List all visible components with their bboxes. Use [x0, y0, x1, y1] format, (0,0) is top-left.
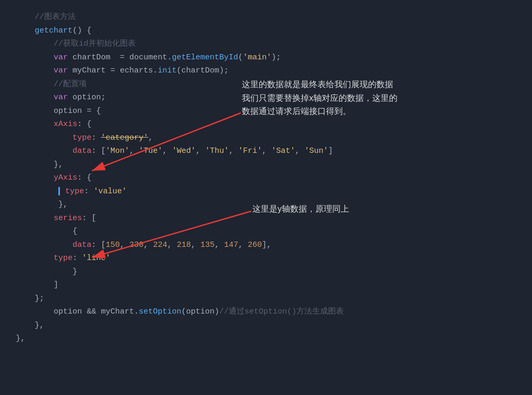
code-container: //图表方法 getchart() { //获取id并初始化图表 var cha… — [0, 0, 532, 356]
code-line-17: { — [16, 225, 516, 238]
code-line-23: option && myChart.setOption(option)//通过s… — [16, 305, 516, 319]
code-line-18: data: [150, 230, 224, 218, 135, 147, 260… — [16, 238, 516, 252]
code-line-9: xAxis: { — [16, 118, 516, 131]
code-line-22: }; — [16, 292, 516, 306]
annotation-1: 这里的数据就是最终表给我们展现的数据 我们只需要替换掉x轴对应的数据，这里的 数… — [242, 78, 397, 118]
code-line-3: //获取id并初始化图表 — [16, 37, 516, 51]
code-line-13: yAxis: { — [16, 171, 516, 185]
code-line-20: } — [16, 265, 516, 279]
code-line-19: type: 'line' — [16, 252, 516, 265]
annotation-1-line3: 数据通过请求后端接口得到。 — [242, 107, 351, 116]
code-line-24: }, — [16, 319, 516, 332]
code-line-21: ] — [16, 278, 516, 292]
code-line-14: type: 'value' — [16, 185, 516, 199]
code-line-2: getchart() { — [16, 24, 516, 38]
annotation-2: 这里是y轴数据，原理同上 — [252, 202, 349, 216]
annotation-1-line2: 我们只需要替换掉x轴对应的数据，这里的 — [242, 93, 397, 102]
code-line-1: //图表方法 — [16, 11, 516, 24]
code-line-5: var myChart = echarts.init(chartDom); — [16, 64, 516, 78]
annotation-2-text: 这里是y轴数据，原理同上 — [252, 204, 349, 213]
code-line-10: type: 'category', — [16, 131, 516, 145]
code-line-4: var chartDom = document.getElementById('… — [16, 51, 516, 65]
code-line-12: }, — [16, 158, 516, 172]
code-line-11: data: ['Mon', 'Tue', 'Wed', 'Thu', 'Fri'… — [16, 144, 516, 158]
annotation-1-line1: 这里的数据就是最终表给我们展现的数据 — [242, 80, 393, 89]
code-line-25: }, — [16, 332, 516, 346]
